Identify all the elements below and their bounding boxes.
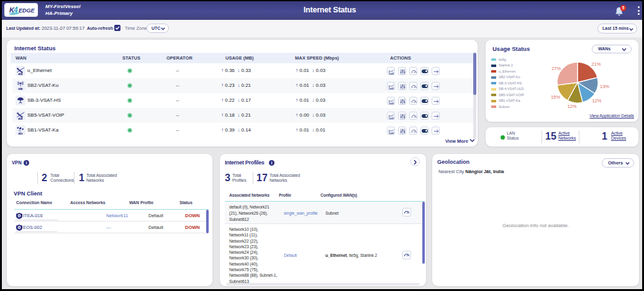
svg-text:5: 5 (622, 6, 625, 10)
svg-text:13%: 13% (600, 84, 609, 89)
svg-text:21%: 21% (591, 61, 601, 67)
svg-text:CELL: CELL (19, 88, 23, 91)
svg-text:LRD: LRD (19, 73, 22, 76)
svg-text:27%: 27% (551, 66, 561, 71)
svg-text:12%: 12% (592, 98, 601, 104)
svg-text:VSAT: VSAT (19, 133, 23, 135)
svg-text:15%: 15% (551, 94, 560, 100)
svg-text:12%: 12% (567, 104, 576, 109)
svg-text:LRD: LRD (19, 118, 22, 120)
